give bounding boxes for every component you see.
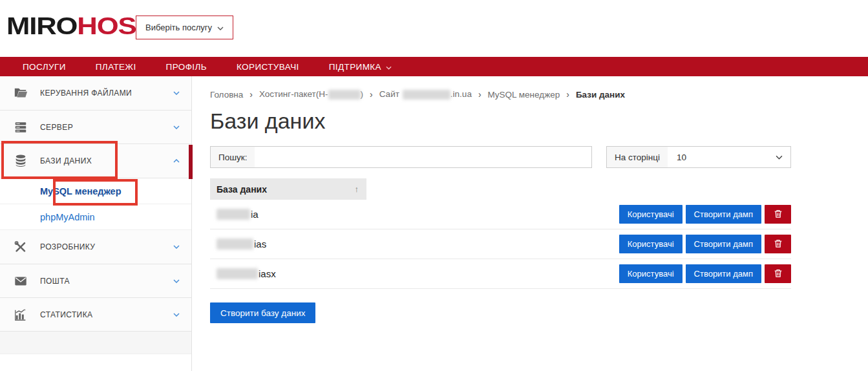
breadcrumb-separator: › bbox=[370, 89, 373, 100]
users-button[interactable]: Користувачі bbox=[619, 235, 683, 253]
table-row: ias Користувачі Створити дамп bbox=[210, 229, 791, 259]
main-content: Головна › Хостинг-пакет(H-) › Сайт.in.ua… bbox=[192, 76, 868, 371]
nav-item-profile[interactable]: ПРОФІЛЬ bbox=[151, 57, 222, 76]
per-page-value: 10 bbox=[668, 147, 776, 167]
redacted-text bbox=[403, 90, 450, 100]
search-box: Пошук: bbox=[210, 146, 592, 168]
nav-item-services[interactable]: ПОСЛУГИ bbox=[8, 57, 81, 76]
sidebar-item-phpmyadmin[interactable]: phpMyAdmin bbox=[0, 204, 191, 230]
create-dump-button[interactable]: Створити дамп bbox=[686, 264, 761, 283]
tools-icon bbox=[13, 239, 28, 255]
server-icon bbox=[13, 120, 28, 135]
nav-item-support[interactable]: ПІДТРИМКА bbox=[314, 57, 407, 76]
nav-item-users[interactable]: КОРИСТУВАЧІ bbox=[222, 57, 314, 76]
sidebar-subitem-label: phpMyAdmin bbox=[40, 212, 95, 222]
chevron-down-icon bbox=[776, 147, 790, 167]
sidebar-item-label: ПОШТА bbox=[40, 277, 70, 286]
trash-icon bbox=[773, 238, 783, 251]
sidebar-item-databases[interactable]: БАЗИ ДАНИХ bbox=[0, 144, 191, 178]
search-label: Пошук: bbox=[211, 147, 255, 167]
sort-ascending-icon: ↑ bbox=[355, 184, 359, 194]
create-database-button[interactable]: Створити базу даних bbox=[210, 302, 315, 323]
nav-item-label: ПРОФІЛЬ bbox=[166, 62, 207, 72]
database-icon bbox=[13, 153, 28, 169]
page-title: Бази даних bbox=[210, 109, 791, 134]
chevron-down-icon bbox=[173, 125, 180, 129]
create-dump-button[interactable]: Створити дамп bbox=[686, 205, 761, 224]
users-button[interactable]: Користувачі bbox=[619, 205, 683, 224]
sidebar-item-developer[interactable]: РОЗРОБНИКУ bbox=[0, 230, 191, 264]
delete-button[interactable] bbox=[765, 235, 791, 253]
redacted-text bbox=[217, 268, 258, 279]
sidebar-item-mysql-manager[interactable]: MySQL менеджер bbox=[0, 178, 191, 204]
delete-button[interactable] bbox=[765, 264, 791, 283]
row-actions: Користувачі Створити дамп bbox=[619, 205, 791, 224]
sidebar-item-label: РОЗРОБНИКУ bbox=[40, 242, 95, 251]
databases-table: База даних ↑ ia Користувачі Створити дам… bbox=[210, 178, 791, 289]
delete-button[interactable] bbox=[765, 205, 791, 224]
per-page-select[interactable]: На сторінці 10 bbox=[606, 146, 791, 168]
chevron-down-icon bbox=[217, 23, 224, 32]
nav-item-label: ПІДТРИМКА bbox=[329, 62, 381, 72]
breadcrumb-hosting-package[interactable]: Хостинг-пакет(H-) bbox=[259, 89, 363, 100]
mail-icon bbox=[13, 273, 28, 289]
create-dump-button[interactable]: Створити дамп bbox=[686, 235, 761, 253]
sidebar-item-label: СТАТИСТИКА bbox=[40, 310, 92, 319]
layout: КЕРУВАННЯ ФАЙЛАМИ СЕРВЕР БАЗИ ДАНИХ MySQ… bbox=[0, 76, 868, 371]
database-name: ias bbox=[210, 238, 266, 249]
sidebar: КЕРУВАННЯ ФАЙЛАМИ СЕРВЕР БАЗИ ДАНИХ MySQ… bbox=[0, 76, 192, 371]
breadcrumb-separator: › bbox=[478, 89, 482, 100]
database-name-suffix: ia bbox=[251, 209, 259, 220]
page: MIROHOST Виберіть послугу ПОСЛУГИ ПЛАТЕЖ… bbox=[0, 0, 868, 371]
database-name-suffix: ias bbox=[254, 238, 266, 249]
sidebar-item-label: СЕРВЕР bbox=[40, 123, 73, 132]
top-header: MIROHOST Виберіть послугу bbox=[0, 0, 868, 57]
table-header[interactable]: База даних ↑ bbox=[210, 178, 366, 200]
users-button[interactable]: Користувачі bbox=[619, 264, 683, 283]
nav-item-payments[interactable]: ПЛАТЕЖІ bbox=[81, 57, 151, 76]
active-section-indicator bbox=[189, 145, 193, 179]
sidebar-item-label: БАЗИ ДАНИХ bbox=[40, 156, 92, 165]
redacted-text bbox=[217, 209, 250, 220]
sidebar-item-mail[interactable]: ПОШТА bbox=[0, 264, 191, 298]
sidebar-item-statistics[interactable]: СТАТИСТИКА bbox=[0, 298, 191, 332]
sidebar-item-server[interactable]: СЕРВЕР bbox=[0, 111, 191, 144]
trash-icon bbox=[773, 268, 783, 281]
sidebar-subitem-label: MySQL менеджер bbox=[40, 186, 122, 196]
database-name: iasx bbox=[210, 268, 276, 279]
nav-item-label: КОРИСТУВАЧІ bbox=[237, 62, 299, 72]
mirohost-logo[interactable]: MIROHOST bbox=[6, 13, 153, 40]
choose-service-button[interactable]: Виберіть послугу bbox=[136, 16, 233, 39]
nav-item-label: ПЛАТЕЖІ bbox=[96, 62, 136, 72]
logo-part-miro: MIRO bbox=[6, 13, 77, 39]
breadcrumb-mysql-manager[interactable]: MySQL менеджер bbox=[488, 90, 560, 100]
breadcrumb-text: ) bbox=[361, 89, 364, 99]
trash-icon bbox=[773, 208, 783, 221]
chevron-down-icon bbox=[386, 62, 392, 72]
breadcrumb-current: Бази даних bbox=[576, 90, 625, 100]
per-page-label: На сторінці bbox=[607, 147, 668, 167]
row-actions: Користувачі Створити дамп bbox=[619, 235, 791, 253]
table-row: ia Користувачі Створити дамп bbox=[210, 200, 791, 229]
breadcrumb-text: Хостинг-пакет(H- bbox=[259, 89, 328, 99]
chart-icon bbox=[13, 307, 28, 323]
redacted-text bbox=[328, 90, 361, 100]
folder-icon bbox=[13, 85, 28, 101]
breadcrumb-separator: › bbox=[249, 89, 253, 100]
table-row: iasx Користувачі Створити дамп bbox=[210, 259, 791, 289]
breadcrumb-home[interactable]: Головна bbox=[210, 90, 243, 100]
column-header-database: База даних bbox=[217, 184, 267, 195]
sidebar-footer-strip bbox=[0, 332, 191, 354]
breadcrumb-text: .in.ua bbox=[450, 89, 472, 99]
breadcrumb-site[interactable]: Сайт.in.ua bbox=[379, 89, 472, 100]
database-name-suffix: iasx bbox=[259, 268, 276, 279]
controls-row: Пошук: На сторінці 10 bbox=[210, 146, 791, 168]
sidebar-item-label: КЕРУВАННЯ ФАЙЛАМИ bbox=[40, 89, 132, 98]
row-actions: Користувачі Створити дамп bbox=[619, 264, 791, 283]
sidebar-item-file-management[interactable]: КЕРУВАННЯ ФАЙЛАМИ bbox=[0, 76, 191, 111]
search-input[interactable] bbox=[255, 147, 591, 167]
breadcrumb-separator: › bbox=[566, 89, 569, 100]
chevron-up-icon bbox=[173, 159, 180, 163]
database-name: ia bbox=[210, 209, 259, 220]
main-navbar: ПОСЛУГИ ПЛАТЕЖІ ПРОФІЛЬ КОРИСТУВАЧІ ПІДТ… bbox=[0, 57, 868, 76]
